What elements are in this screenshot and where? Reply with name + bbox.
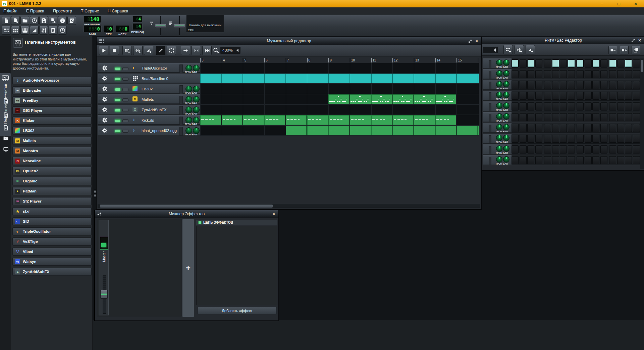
melody-pattern-segment[interactable] xyxy=(435,94,457,104)
bb-volume-knob[interactable] xyxy=(496,135,502,141)
instrument-Organic[interactable]: ≈Organic xyxy=(12,177,92,185)
track-volume-knob[interactable] xyxy=(185,106,192,113)
bb-editor-titlebar[interactable]: Ритм+Бас Редактор × xyxy=(482,37,644,44)
beat-step-0-3[interactable] xyxy=(535,59,542,68)
ruler-bar-15[interactable]: 15 xyxy=(457,58,462,62)
bb-volume-knob[interactable] xyxy=(496,145,502,152)
beat-step-4-10[interactable] xyxy=(592,102,599,111)
maximize-button[interactable]: □ xyxy=(611,0,627,7)
beat-step-1-5[interactable] xyxy=(552,70,559,78)
gear-icon[interactable] xyxy=(102,96,108,103)
track-pan-knob[interactable] xyxy=(193,86,200,92)
instrument-Kicker[interactable]: KKicker xyxy=(12,117,92,125)
beat-step-8-14[interactable] xyxy=(625,145,632,154)
master-pitch-slider[interactable] xyxy=(174,16,185,35)
track-lane[interactable] xyxy=(200,126,479,136)
kick-pattern-segment[interactable] xyxy=(435,115,457,125)
bb-editor-button[interactable] xyxy=(11,26,20,35)
solo-led[interactable] xyxy=(122,88,128,91)
beat-step-6-13[interactable] xyxy=(617,124,624,132)
beat-step-1-12[interactable] xyxy=(609,70,616,78)
beat-step-7-6[interactable] xyxy=(560,135,567,143)
track-head-ZynAddSubFX[interactable]: Z ZynAddSubFX ГРОМБАЛ xyxy=(98,105,200,115)
bb-pan-knob[interactable] xyxy=(503,70,509,77)
instrument-Vibed[interactable]: VVibed xyxy=(12,248,92,256)
track-grip[interactable] xyxy=(99,85,101,93)
beat-step-5-8[interactable] xyxy=(577,113,584,121)
beat-step-4-14[interactable] xyxy=(625,102,632,111)
melody-pattern-segment[interactable] xyxy=(328,94,350,104)
beat-step-6-6[interactable] xyxy=(560,124,567,132)
copy-steps-button[interactable] xyxy=(632,46,640,54)
instrument-TripleOscillator[interactable]: ◐TripleOscillator xyxy=(12,227,92,235)
menu-item-0[interactable]: F Файл xyxy=(3,9,17,13)
beat-step-3-1[interactable] xyxy=(520,92,527,100)
beat-step-6-8[interactable] xyxy=(577,124,584,132)
beat-step-9-11[interactable] xyxy=(600,156,607,164)
beat-step-8-0[interactable] xyxy=(512,145,519,154)
fx-add-channel-button[interactable]: + xyxy=(182,219,194,317)
mute-led[interactable] xyxy=(115,98,121,101)
bb-pan-knob[interactable] xyxy=(503,135,509,141)
instrument-Mallets[interactable]: MMallets xyxy=(12,137,92,145)
song-grid[interactable] xyxy=(200,63,479,136)
bb-pan-knob[interactable] xyxy=(503,81,509,87)
hihat-pattern-segment[interactable] xyxy=(286,126,307,135)
beat-step-8-6[interactable] xyxy=(560,145,567,154)
melody-pattern-segment[interactable] xyxy=(392,94,414,104)
cpu-meter[interactable]: Нажать для включени CPU xyxy=(186,15,224,32)
beat-step-1-10[interactable] xyxy=(592,70,599,78)
beat-step-4-0[interactable] xyxy=(512,102,519,111)
project-notes-button[interactable] xyxy=(49,26,57,35)
beat-step-5-1[interactable] xyxy=(520,113,527,121)
beat-step-0-7[interactable] xyxy=(568,59,575,68)
beat-step-6-0[interactable] xyxy=(512,124,519,132)
track-pan-knob[interactable] xyxy=(193,96,200,103)
track-head-LB302[interactable]: LB302 ГРОМБАЛ xyxy=(98,84,200,94)
menu-item-2[interactable]: Просмотр xyxy=(53,9,72,13)
hihat-pattern-segment[interactable] xyxy=(457,126,478,135)
horizontal-scrollbar[interactable] xyxy=(98,204,480,208)
track-pan-knob[interactable] xyxy=(193,127,200,134)
ruler-bar-9[interactable]: 9 xyxy=(328,58,332,62)
time-lcd-МИН[interactable]: 8880 xyxy=(84,25,102,32)
beat-step-5-9[interactable] xyxy=(585,113,592,121)
beat-step-2-7[interactable] xyxy=(568,81,575,89)
beat-step-0-14[interactable] xyxy=(625,59,632,68)
save-project-button[interactable] xyxy=(39,16,48,25)
beat-step-4-1[interactable] xyxy=(520,102,527,111)
minimize-button[interactable]: − xyxy=(594,0,610,7)
track-volume-knob[interactable] xyxy=(185,117,192,124)
add-bb-track-button[interactable] xyxy=(503,45,513,54)
bb-scrollbar-handle[interactable] xyxy=(641,60,643,72)
bb-pan-knob[interactable] xyxy=(503,92,509,98)
kick-pattern-segment[interactable] xyxy=(371,115,392,125)
beat-step-7-0[interactable] xyxy=(512,135,519,143)
tempo-lcd[interactable]: 8140 xyxy=(84,16,101,23)
beat-step-7-4[interactable] xyxy=(544,135,551,143)
track-grip[interactable] xyxy=(99,117,101,124)
beat-step-4-13[interactable] xyxy=(617,102,624,111)
beat-step-1-0[interactable] xyxy=(512,70,519,78)
beat-step-7-14[interactable] xyxy=(625,135,632,143)
song-editor-button[interactable] xyxy=(2,26,10,35)
beat-step-2-8[interactable] xyxy=(577,81,584,89)
beat-step-2-4[interactable] xyxy=(544,81,551,89)
beat-step-9-4[interactable] xyxy=(544,156,551,164)
track-pan-knob[interactable] xyxy=(193,106,200,113)
beat-step-8-5[interactable] xyxy=(552,145,559,154)
beat-step-5-12[interactable] xyxy=(609,113,616,121)
fx-mixer-close-button[interactable]: × xyxy=(271,211,276,217)
beat-step-6-3[interactable] xyxy=(535,124,542,132)
beat-step-3-14[interactable] xyxy=(625,92,632,100)
fx-mixer-button[interactable] xyxy=(39,26,48,35)
instrument-AudioFileProcessor[interactable]: ♪AudioFileProcessor xyxy=(12,76,92,84)
instrument-BitInvader[interactable]: BIBitInvader xyxy=(12,86,92,94)
beat-step-7-3[interactable] xyxy=(535,135,542,143)
kick-pattern-segment[interactable] xyxy=(222,115,243,125)
track-lane[interactable] xyxy=(200,115,479,126)
beat-step-2-2[interactable] xyxy=(527,81,534,89)
beat-step-1-4[interactable] xyxy=(544,70,551,78)
beat-step-5-3[interactable] xyxy=(535,113,542,121)
gear-icon[interactable] xyxy=(102,86,108,93)
